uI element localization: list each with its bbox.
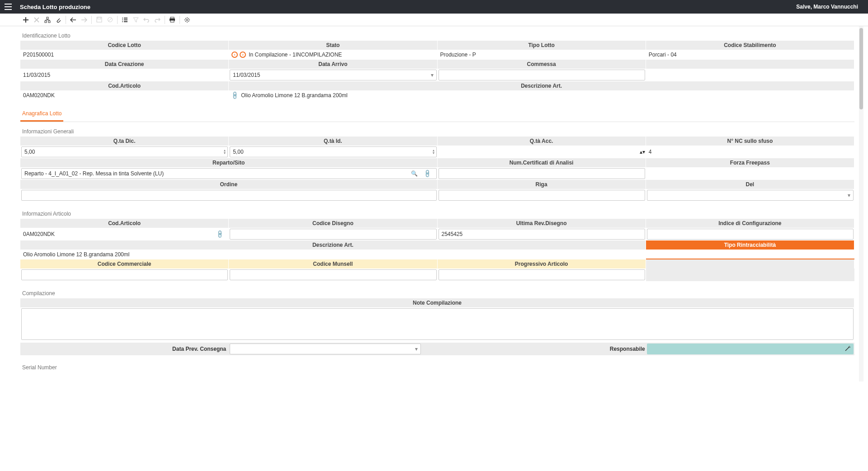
attachment-icon[interactable] — [53, 14, 64, 25]
svg-rect-26 — [170, 20, 174, 22]
dropdown-caret-icon: ▾ — [431, 72, 434, 78]
print-icon[interactable] — [167, 14, 178, 25]
note-compilazione-textarea[interactable] — [21, 308, 854, 340]
settings-icon[interactable] — [182, 14, 193, 25]
add-icon[interactable] — [20, 14, 31, 25]
svg-rect-21 — [124, 19, 127, 20]
hdr-codice-stabilimento: Codice Stabilimento — [646, 41, 854, 50]
hdr-ordine: Ordine — [20, 180, 438, 189]
num-cert-input[interactable] — [439, 168, 645, 179]
tab-row: Anagrafica Lotto — [20, 107, 854, 122]
hdr-codice-munsell: Codice Munsell — [229, 259, 437, 268]
list-icon[interactable] — [119, 14, 130, 25]
progressivo-input[interactable] — [439, 269, 645, 280]
svg-rect-8 — [45, 21, 47, 23]
hdr-n-nc: N° NC sullo sfuso — [646, 137, 854, 146]
dropdown-caret-icon: ▾ — [415, 346, 418, 352]
hdr-data-creazione: Data Creazione — [20, 60, 229, 69]
filter-icon — [130, 14, 141, 25]
ordine-input[interactable] — [21, 190, 437, 201]
qta-dic-input[interactable]: 5,00 ▴▾ — [21, 146, 228, 157]
hdr-codice-lotto: Codice Lotto — [20, 41, 229, 50]
svg-point-28 — [849, 346, 850, 347]
link-icon[interactable]: 🔗 — [215, 230, 225, 239]
hdr-data-arrivo: Data Arrivo — [229, 60, 437, 69]
svg-point-20 — [122, 19, 123, 20]
redo-icon — [152, 14, 163, 25]
codice-munsell-input[interactable] — [230, 269, 436, 280]
val-n-nc: 4 — [646, 146, 854, 158]
hamburger-menu-icon[interactable] — [5, 4, 12, 10]
svg-rect-23 — [124, 21, 127, 22]
riga-input[interactable] — [439, 190, 645, 201]
status-nav-next-icon[interactable]: › — [240, 52, 246, 58]
svg-point-18 — [122, 18, 123, 19]
lbl-responsabile: Responsabile — [610, 346, 645, 352]
svg-rect-1 — [5, 6, 12, 7]
svg-point-22 — [122, 21, 123, 22]
tipo-rintr-value — [646, 250, 854, 259]
cancel-icon — [104, 14, 115, 25]
codice-commerciale-input[interactable] — [21, 269, 228, 280]
svg-point-27 — [186, 19, 188, 21]
section-compilazione-title: Compilazione — [20, 287, 854, 298]
hdr-tipo-rintr: Tipo Rintracciabilità — [646, 240, 854, 250]
val-data-creazione: 11/03/2015 — [20, 69, 229, 81]
svg-line-17 — [108, 18, 112, 21]
user-greeting: Salve, Marco Vannucchi — [796, 4, 858, 10]
codice-disegno-input[interactable] — [230, 229, 436, 240]
spin-down-icon[interactable]: ▾ — [642, 149, 645, 155]
responsabile-field[interactable] — [647, 344, 854, 354]
status-nav-prev-icon[interactable]: ‹ — [231, 52, 238, 58]
data-prev-input[interactable]: ▾ — [230, 344, 421, 354]
hdr-reparto: Reparto/Sito — [20, 158, 438, 167]
val-descrizione-art2: Olio Aromolio Limone 12 B.grandama 200ml — [20, 250, 646, 259]
spin-down-icon[interactable]: ▾ — [433, 152, 434, 155]
section-identificazione-title: Identificazione Lotto — [20, 30, 854, 41]
indice-config-input[interactable] — [647, 229, 854, 240]
scrollbar-thumb[interactable] — [859, 28, 863, 109]
svg-rect-15 — [98, 17, 101, 19]
svg-rect-0 — [5, 4, 12, 5]
del-input[interactable]: ▾ — [647, 190, 854, 201]
hdr-progressivo: Progressivo Articolo — [438, 259, 646, 268]
svg-rect-4 — [23, 19, 28, 20]
section-articolo-title: Informazioni Articolo — [20, 208, 854, 219]
wand-icon[interactable] — [844, 345, 851, 353]
hdr-descrizione-art2: Descrizione Art. — [20, 240, 646, 250]
spin-down-icon[interactable]: ▾ — [224, 152, 226, 155]
nav-back-icon[interactable] — [68, 14, 79, 25]
commessa-input[interactable] — [439, 70, 645, 80]
val-stato: ‹ › In Compilazione - 1INCOMPILAZIONE — [229, 50, 437, 60]
ultima-rev-input[interactable]: 2545425 — [439, 229, 645, 240]
qta-id-input[interactable]: 5,00 ▴▾ — [230, 146, 436, 157]
search-icon[interactable]: 🔍 — [411, 170, 418, 177]
hdr-codice-commerciale: Codice Commerciale — [20, 259, 229, 268]
hdr-codice-disegno: Codice Disegno — [229, 219, 437, 228]
nav-forward-icon — [79, 14, 90, 25]
val-codice-lotto: P201500001 — [20, 50, 229, 60]
status-text: In Compilazione - 1INCOMPILAZIONE — [249, 52, 342, 58]
svg-rect-7 — [47, 17, 48, 19]
hierarchy-icon[interactable] — [42, 14, 53, 25]
page-content: Identificazione Lotto Codice Lotto Stato… — [0, 26, 868, 382]
hdr-indice-config: Indice di Configurazione — [646, 219, 854, 228]
hdr-ultima-rev: Ultima Rev.Disegno — [438, 219, 646, 228]
hdr-forza-freepass: Forza Freepass — [646, 158, 854, 167]
hdr-descrizione-art: Descrizione Art. — [229, 81, 854, 90]
undo-icon — [141, 14, 152, 25]
val-cod-articolo2: 0AM020NDK 🔗 — [20, 228, 229, 240]
section-generali-title: Informazioni Generali — [20, 126, 854, 137]
save-icon — [94, 14, 104, 25]
hdr-commessa: Commessa — [438, 60, 646, 69]
link-icon[interactable]: 🔗 — [423, 169, 432, 179]
tab-anagrafica-lotto[interactable]: Anagrafica Lotto — [20, 107, 63, 122]
link-icon[interactable]: 🔗 — [230, 91, 240, 100]
hdr-note-compilazione: Note Compilazione — [20, 298, 854, 307]
reparto-input[interactable]: Reparto - 4_I_A01_02 - Rep. Messa in tin… — [21, 168, 437, 179]
hdr-qta-acc: Q.tà Acc. — [438, 137, 646, 146]
vertical-scrollbar[interactable] — [859, 26, 863, 382]
data-arrivo-input[interactable]: 11/03/2015 ▾ — [230, 70, 436, 80]
val-cod-articolo: 0AM020NDK — [20, 90, 229, 100]
svg-rect-2 — [5, 9, 12, 10]
